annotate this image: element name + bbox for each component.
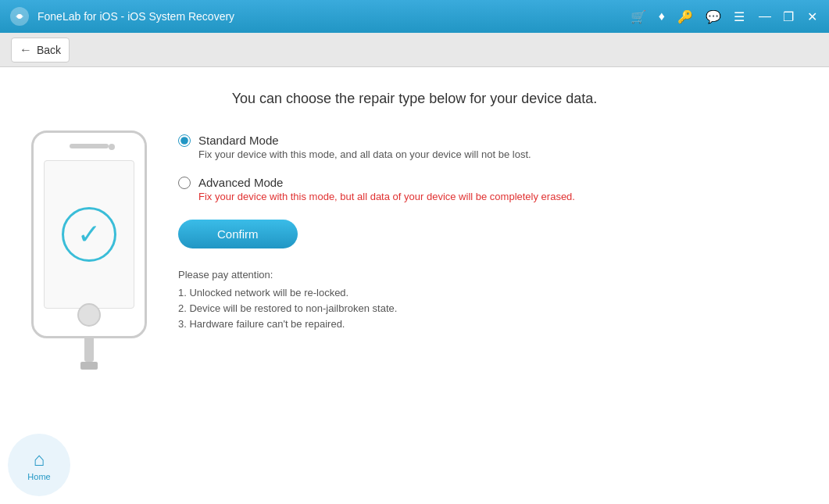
attention-item-2: 2. Device will be restored to non-jailbr…: [178, 302, 798, 314]
menu-icon[interactable]: ☰: [734, 9, 745, 24]
confirm-button[interactable]: Confirm: [178, 220, 298, 248]
phone-home-button: [77, 303, 101, 327]
home-bar-label: Home: [27, 472, 50, 481]
checkmark-icon: ✓: [62, 207, 116, 262]
app-logo: [9, 6, 30, 27]
restore-button[interactable]: ❐: [781, 9, 796, 24]
back-label: Back: [37, 44, 61, 56]
advanced-mode-radio-row[interactable]: Advanced Mode: [178, 176, 798, 189]
phone-camera: [109, 144, 115, 150]
attention-item-3: 3. Hardware failure can't be repaired.: [178, 318, 798, 330]
back-arrow-icon: ←: [20, 43, 32, 57]
standard-mode-desc: Fix your device with this mode, and all …: [198, 148, 798, 160]
standard-mode-radio-row[interactable]: Standard Mode: [178, 134, 798, 147]
titlebar: FoneLab for iOS - iOS System Recovery 🛒 …: [0, 0, 829, 33]
cable-top: [84, 338, 94, 362]
advanced-mode-desc: Fix your device with this mode, but all …: [198, 191, 798, 202]
back-button[interactable]: ← Back: [11, 38, 70, 63]
chat-icon[interactable]: 💬: [706, 9, 721, 24]
svg-point-1: [17, 14, 22, 19]
attention-item-1: 1. Unlocked network will be re-locked.: [178, 287, 798, 298]
minimize-button[interactable]: —: [757, 9, 773, 24]
advanced-mode-option: Advanced Mode Fix your device with this …: [178, 176, 798, 202]
cart-icon[interactable]: 🛒: [631, 9, 646, 24]
window-controls: — ❐ ✕: [757, 9, 820, 24]
standard-mode-option: Standard Mode Fix your device with this …: [178, 134, 798, 160]
wifi-icon[interactable]: ♦: [659, 9, 665, 23]
attention-title: Please pay attention:: [178, 269, 798, 281]
standard-mode-radio[interactable]: [178, 134, 191, 147]
home-icon: ⌂: [34, 449, 45, 470]
page-title: You can choose the repair type below for…: [31, 91, 798, 107]
home-bar-button[interactable]: ⌂ Home: [8, 434, 70, 496]
phone-screen: ✓: [44, 160, 134, 309]
cable-connector: [80, 362, 98, 370]
close-button[interactable]: ✕: [804, 9, 820, 24]
content-row: ✓ Standard Mode Fix your device with thi…: [31, 130, 798, 370]
app-title: FoneLab for iOS - iOS System Recovery: [38, 10, 631, 23]
phone-speaker: [70, 144, 109, 148]
navbar: ← Back: [0, 33, 829, 67]
phone-body: ✓: [31, 130, 147, 338]
main-content: You can choose the repair type below for…: [0, 67, 829, 504]
key-icon[interactable]: 🔑: [677, 9, 693, 24]
options-panel: Standard Mode Fix your device with this …: [178, 130, 798, 334]
advanced-mode-radio[interactable]: [178, 177, 191, 189]
advanced-mode-label: Advanced Mode: [198, 176, 283, 189]
phone-illustration: ✓: [31, 130, 147, 370]
standard-mode-label: Standard Mode: [198, 134, 279, 147]
toolbar-icons: 🛒 ♦ 🔑 💬 ☰: [631, 9, 745, 24]
attention-section: Please pay attention: 1. Unlocked networ…: [178, 269, 798, 334]
